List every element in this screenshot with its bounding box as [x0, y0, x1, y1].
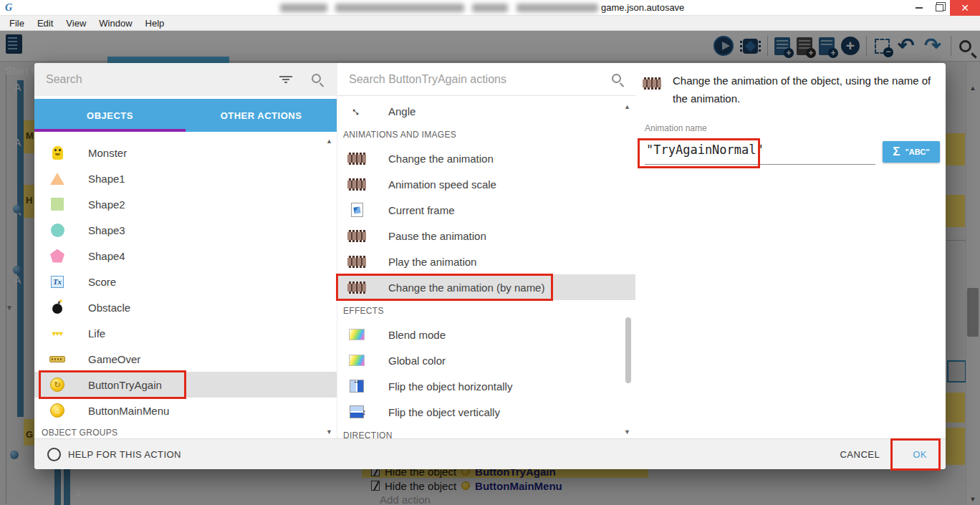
window-title: game.json.autosave	[601, 2, 684, 13]
close-button[interactable]: ✕	[950, 0, 980, 16]
icon-box	[49, 301, 66, 314]
object-row-shape1[interactable]: Shape1	[34, 165, 337, 191]
action-label: Play the animation	[388, 256, 476, 268]
object-label: Shape2	[88, 198, 125, 211]
sigma-icon: Σ	[893, 145, 900, 159]
actions-list: AngleANIMATIONS AND IMAGESChange the ani…	[337, 96, 635, 438]
list-scroll-thumb[interactable]	[625, 317, 631, 383]
icon-box	[347, 153, 366, 165]
list-scroll-down-icon[interactable]: ▼	[326, 428, 332, 436]
actions-search-bar	[337, 63, 635, 96]
object-row-buttonmainmenu[interactable]: ButtonMainMenu	[34, 398, 337, 423]
menu-window[interactable]: Window	[92, 18, 138, 29]
object-label: ButtonMainMenu	[88, 405, 169, 417]
action-label: Change the animation	[388, 153, 494, 165]
color-icon	[349, 329, 365, 340]
bomb-icon	[52, 304, 62, 314]
button-home-icon	[50, 403, 64, 418]
film-icon	[347, 256, 366, 268]
tab-objects[interactable]: OBJECTS	[34, 99, 186, 132]
dialog-footer: HELP FOR THIS ACTION CANCEL OK	[34, 438, 946, 469]
object-label: Shape3	[88, 224, 125, 236]
object-groups-header: OBJECT GROUPS	[34, 428, 337, 438]
menu-help[interactable]: Help	[139, 18, 171, 29]
expression-editor-button[interactable]: Σ "ABC"	[883, 141, 940, 163]
film-icon	[643, 77, 661, 90]
object-label: Shape4	[88, 250, 125, 262]
help-icon	[47, 448, 61, 461]
object-label: Monster	[88, 147, 127, 159]
menu-edit[interactable]: Edit	[31, 18, 59, 29]
action-row-angle[interactable]: Angle	[337, 98, 635, 124]
object-row-shape2[interactable]: Shape2	[34, 191, 337, 217]
object-row-monster[interactable]: Monster	[34, 140, 337, 165]
circle-icon	[51, 223, 64, 237]
action-label: Blend mode	[388, 329, 446, 341]
action-row-flip-the-object-horizontally[interactable]: Flip the object horizontally	[337, 373, 635, 399]
object-row-obstacle[interactable]: Obstacle	[34, 294, 337, 320]
icon-box	[49, 403, 66, 418]
action-row-flip-the-object-vertically[interactable]: Flip the object vertically	[337, 399, 635, 425]
minimize-button[interactable]	[908, 0, 929, 16]
icon-box	[49, 249, 66, 263]
menubar: FileEditViewWindowHelp	[0, 16, 980, 31]
search-icon[interactable]	[612, 74, 621, 83]
action-row-blend-mode[interactable]: Blend mode	[337, 322, 635, 347]
action-label: Current frame	[388, 204, 455, 216]
menu-file[interactable]: File	[3, 18, 31, 29]
restore-button[interactable]	[929, 0, 950, 16]
filter-icon[interactable]	[279, 76, 292, 85]
object-row-life[interactable]: Life	[34, 320, 337, 346]
help-link[interactable]: HELP FOR THIS ACTION	[47, 448, 181, 461]
expression-abc-label: "ABC"	[905, 148, 929, 156]
object-row-score[interactable]: Score	[34, 269, 337, 294]
action-row-animation-speed-scale[interactable]: Animation speed scale	[337, 171, 635, 197]
icon-box	[347, 405, 366, 418]
annotation-box-action	[336, 274, 553, 301]
icon-box	[49, 276, 66, 288]
object-row-gameover[interactable]: GameOver	[34, 346, 337, 372]
menu-view[interactable]: View	[59, 18, 92, 29]
flip-h-icon	[350, 380, 364, 393]
section-header-animations-and-images: ANIMATIONS AND IMAGES	[337, 127, 635, 143]
blurred-path-segment	[280, 4, 327, 12]
action-row-global-color[interactable]: Global color	[337, 347, 635, 373]
annotation-box-object	[39, 370, 186, 399]
objects-search-bar	[34, 63, 337, 96]
icon-box	[49, 223, 66, 237]
blurred-path-segment	[517, 4, 598, 12]
icon-box	[49, 330, 66, 337]
action-row-current-frame[interactable]: Current frame	[337, 197, 635, 223]
icon-box	[347, 203, 366, 217]
action-row-change-the-animation[interactable]: Change the animation	[337, 145, 635, 171]
tab-other-actions[interactable]: OTHER ACTIONS	[186, 99, 337, 132]
icon-box	[347, 329, 366, 340]
action-label: Flip the object vertically	[388, 406, 500, 418]
action-label: Global color	[388, 355, 446, 367]
action-label: Flip the object horizontally	[388, 380, 512, 393]
film-icon	[347, 153, 366, 165]
action-editor-dialog: OBJECTS OTHER ACTIONS MonsterShape1Shape…	[34, 63, 946, 469]
list-scroll-up-icon[interactable]: ▲	[624, 103, 630, 110]
icon-box	[49, 173, 66, 185]
object-label: Obstacle	[88, 302, 130, 314]
object-row-shape3[interactable]: Shape3	[34, 217, 337, 243]
actions-search-input[interactable]	[349, 70, 571, 89]
flip-v-icon	[350, 405, 364, 418]
action-label: Angle	[388, 105, 415, 117]
object-row-shape4[interactable]: Shape4	[34, 243, 337, 269]
icon-box	[347, 355, 366, 366]
objects-search-input[interactable]	[46, 70, 254, 89]
text-icon	[51, 276, 64, 288]
action-description: Change the animation of the object, usin…	[673, 72, 939, 107]
action-row-pause-the-animation[interactable]: Pause the animation	[337, 223, 635, 249]
icon-box	[347, 380, 366, 393]
cancel-button[interactable]: CANCEL	[840, 449, 880, 460]
search-icon[interactable]	[312, 74, 321, 83]
gdevelop-window: G game.json.autosave ✕ FileEditViewWindo…	[0, 0, 980, 505]
action-row-play-the-animation[interactable]: Play the animation	[337, 249, 635, 274]
color-icon	[349, 355, 365, 366]
list-scroll-down-icon[interactable]: ▼	[624, 428, 630, 436]
list-scroll-up-icon[interactable]: ▲	[326, 138, 332, 145]
section-header-direction: DIRECTION	[337, 428, 635, 438]
